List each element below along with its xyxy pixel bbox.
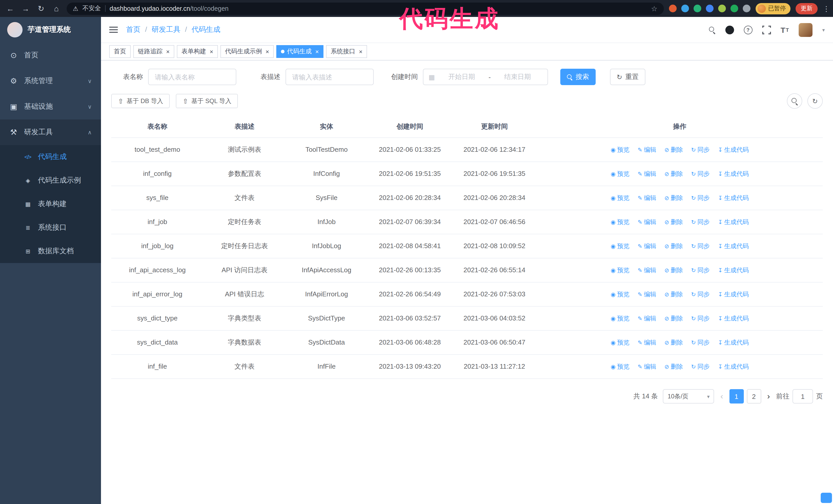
column-header[interactable]: 实体 bbox=[286, 116, 367, 138]
edit-action-link[interactable]: ✎ 编辑 bbox=[638, 169, 656, 179]
tab[interactable]: 链路追踪 × bbox=[133, 45, 174, 58]
home-icon[interactable]: ⌂ bbox=[51, 4, 62, 13]
sidebar-item-form-builder[interactable]: ▦ 表单构建 bbox=[0, 192, 101, 216]
github-icon[interactable] bbox=[725, 25, 734, 34]
table-name-input[interactable] bbox=[148, 69, 236, 85]
next-page-button[interactable]: › bbox=[766, 392, 771, 401]
page-size-select[interactable]: 10条/页 ▾ bbox=[663, 389, 714, 404]
fullscreen-icon[interactable] bbox=[762, 25, 771, 34]
sync-action-link[interactable]: ↻ 同步 bbox=[691, 265, 710, 275]
generate-code-action-link[interactable]: ↧ 生成代码 bbox=[718, 361, 749, 372]
sync-action-link[interactable]: ↻ 同步 bbox=[691, 289, 710, 299]
search-icon[interactable] bbox=[709, 26, 715, 33]
sidebar-item-codegen[interactable]: </> 代码生成 bbox=[0, 145, 101, 169]
preview-action-link[interactable]: ◉ 预览 bbox=[611, 193, 629, 203]
extension-icon-card[interactable] bbox=[718, 5, 725, 12]
help-icon[interactable]: ? bbox=[743, 25, 752, 34]
delete-action-link[interactable]: ⊘ 删除 bbox=[664, 145, 683, 155]
edit-action-link[interactable]: ✎ 编辑 bbox=[638, 337, 656, 347]
sidebar-item-home[interactable]: ⊙ 首页 bbox=[0, 43, 101, 68]
edit-action-link[interactable]: ✎ 编辑 bbox=[638, 313, 656, 323]
tab-close-icon[interactable]: × bbox=[265, 48, 269, 55]
tab-close-icon[interactable]: × bbox=[166, 48, 170, 55]
delete-action-link[interactable]: ⊘ 删除 bbox=[664, 337, 683, 347]
preview-action-link[interactable]: ◉ 预览 bbox=[611, 169, 629, 179]
column-header[interactable]: 创建时间 bbox=[367, 116, 452, 138]
breadcrumb-item[interactable]: 首页 bbox=[126, 25, 140, 34]
extension-icon-drop[interactable] bbox=[681, 5, 689, 12]
preview-action-link[interactable]: ◉ 预览 bbox=[611, 361, 629, 372]
delete-action-link[interactable]: ⊘ 删除 bbox=[664, 361, 683, 372]
sync-action-link[interactable]: ↻ 同步 bbox=[691, 337, 710, 347]
delete-action-link[interactable]: ⊘ 删除 bbox=[664, 265, 683, 275]
import-db-button[interactable]: ⇧ 基于 DB 导入 bbox=[111, 94, 170, 108]
date-range-picker[interactable]: ▦ 开始日期 - 结束日期 bbox=[423, 69, 548, 85]
generate-code-action-link[interactable]: ↧ 生成代码 bbox=[718, 217, 749, 227]
tab[interactable]: 代码生成 × bbox=[276, 45, 324, 58]
preview-action-link[interactable]: ◉ 预览 bbox=[611, 217, 629, 227]
browser-menu-icon[interactable]: ⋮ bbox=[823, 4, 828, 13]
avatar-caret-icon[interactable]: ▾ bbox=[822, 27, 825, 32]
sync-action-link[interactable]: ↻ 同步 bbox=[691, 241, 710, 251]
column-header[interactable]: 表名称 bbox=[111, 116, 204, 138]
extension-icon-pawn[interactable] bbox=[742, 5, 750, 12]
page-number-button[interactable]: 1 bbox=[729, 389, 743, 404]
generate-code-action-link[interactable]: ↧ 生成代码 bbox=[718, 193, 749, 203]
extension-icon-people[interactable] bbox=[706, 5, 713, 12]
extension-icon-check[interactable] bbox=[693, 5, 701, 12]
reload-icon[interactable]: ↻ bbox=[36, 4, 46, 13]
goto-page-input[interactable] bbox=[792, 389, 813, 404]
floating-action-button[interactable] bbox=[821, 493, 832, 503]
column-header[interactable]: 操作 bbox=[537, 116, 823, 138]
sync-action-link[interactable]: ↻ 同步 bbox=[691, 145, 710, 155]
sidebar-item-system[interactable]: ⚙ 系统管理 ∨ bbox=[0, 68, 101, 94]
edit-action-link[interactable]: ✎ 编辑 bbox=[638, 265, 656, 275]
font-size-icon[interactable]: TT bbox=[781, 25, 789, 34]
delete-action-link[interactable]: ⊘ 删除 bbox=[664, 169, 683, 179]
page-number-button[interactable]: 2 bbox=[747, 389, 761, 404]
toggle-search-button[interactable] bbox=[787, 93, 802, 109]
user-avatar[interactable] bbox=[799, 23, 812, 37]
edit-action-link[interactable]: ✎ 编辑 bbox=[638, 241, 656, 251]
edit-action-link[interactable]: ✎ 编辑 bbox=[638, 361, 656, 372]
preview-action-link[interactable]: ◉ 预览 bbox=[611, 313, 629, 323]
address-bar[interactable]: ⚠ 不安全 dashboard.yudao.iocoder.cn/tool/co… bbox=[67, 2, 664, 15]
edit-action-link[interactable]: ✎ 编辑 bbox=[638, 193, 656, 203]
sidebar-item-db-doc[interactable]: ⊞ 数据库文档 bbox=[0, 239, 101, 263]
forward-icon[interactable]: → bbox=[21, 4, 31, 13]
tab[interactable]: 代码生成示例 × bbox=[220, 45, 274, 58]
delete-action-link[interactable]: ⊘ 删除 bbox=[664, 313, 683, 323]
delete-action-link[interactable]: ⊘ 删除 bbox=[664, 289, 683, 299]
breadcrumb-item[interactable]: 代码生成 bbox=[181, 25, 220, 34]
tab[interactable]: 系统接口 × bbox=[326, 45, 367, 58]
sidebar-item-codegen-example[interactable]: ◈ 代码生成示例 bbox=[0, 169, 101, 192]
column-header[interactable]: 更新时间 bbox=[452, 116, 537, 138]
generate-code-action-link[interactable]: ↧ 生成代码 bbox=[718, 145, 749, 155]
extension-icon-shield[interactable] bbox=[669, 5, 676, 12]
delete-action-link[interactable]: ⊘ 删除 bbox=[664, 241, 683, 251]
tab-close-icon[interactable]: × bbox=[359, 48, 362, 55]
tab-close-icon[interactable]: × bbox=[210, 48, 213, 55]
generate-code-action-link[interactable]: ↧ 生成代码 bbox=[718, 337, 749, 347]
sidebar-item-infra[interactable]: ▣ 基础设施 ∨ bbox=[0, 94, 101, 119]
sidebar-toggle-icon[interactable] bbox=[109, 27, 118, 33]
preview-action-link[interactable]: ◉ 预览 bbox=[611, 241, 629, 251]
back-icon[interactable]: ← bbox=[5, 4, 15, 13]
delete-action-link[interactable]: ⊘ 删除 bbox=[664, 193, 683, 203]
prev-page-button[interactable]: ‹ bbox=[719, 392, 724, 401]
tab[interactable]: 首页 bbox=[109, 45, 131, 58]
browser-update-button[interactable]: 更新 bbox=[795, 3, 818, 14]
preview-action-link[interactable]: ◉ 预览 bbox=[611, 337, 629, 347]
delete-action-link[interactable]: ⊘ 删除 bbox=[664, 217, 683, 227]
sync-action-link[interactable]: ↻ 同步 bbox=[691, 217, 710, 227]
edit-action-link[interactable]: ✎ 编辑 bbox=[638, 145, 656, 155]
preview-action-link[interactable]: ◉ 预览 bbox=[611, 145, 629, 155]
reset-button[interactable]: ↻ 重置 bbox=[610, 69, 645, 85]
profile-chip[interactable]: 已暂停 bbox=[755, 3, 790, 14]
table-desc-input[interactable] bbox=[286, 69, 374, 85]
sync-action-link[interactable]: ↻ 同步 bbox=[691, 361, 710, 372]
generate-code-action-link[interactable]: ↧ 生成代码 bbox=[718, 265, 749, 275]
app-logo[interactable]: 芋道管理系统 bbox=[0, 17, 101, 43]
sync-action-link[interactable]: ↻ 同步 bbox=[691, 193, 710, 203]
security-label[interactable]: 不安全 bbox=[82, 4, 101, 13]
